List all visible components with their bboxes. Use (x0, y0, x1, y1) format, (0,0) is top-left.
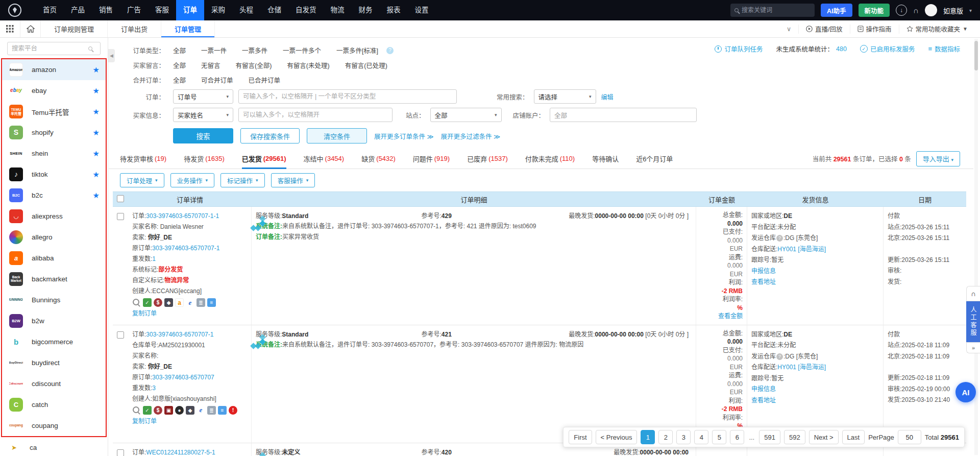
pagination-prev-button[interactable]: < Previous (596, 430, 638, 444)
filter-option[interactable]: 一票多件 (242, 45, 267, 55)
save-search-button[interactable]: 保存搜索条件 (240, 128, 300, 143)
filter-option[interactable]: 有留言(未处理) (287, 60, 329, 70)
nav-item-仓储[interactable]: 仓储 (260, 0, 288, 20)
order-detail-link[interactable]: 303-3974603-6570707 (152, 374, 214, 381)
order-type-select[interactable]: 订单号▾ (173, 89, 233, 104)
sidebar-item-shein[interactable]: SHEINshein★ (2, 143, 106, 164)
scrollbar-thumb[interactable] (974, 41, 978, 70)
pagination-last-button[interactable]: Last (842, 430, 865, 444)
nav-item-设置[interactable]: 设置 (408, 0, 436, 20)
pagination-page-2[interactable]: 2 (658, 430, 673, 444)
nav-item-头程[interactable]: 头程 (232, 0, 260, 20)
sidebar-item-Temu半托管[interactable]: TEMU 半托管Temu半托管★ (2, 101, 106, 122)
shipping-link[interactable]: 查看地址 (751, 278, 776, 285)
data-metrics-link[interactable]: ≡ 数据指标 (928, 44, 960, 54)
filter-option[interactable]: 有留言(全部) (236, 60, 272, 70)
truck-icon[interactable]: ▣ (164, 406, 173, 415)
pagination-page-592[interactable]: 592 (784, 430, 805, 444)
sidebar-item-cdiscount[interactable]: Cdiscountcdiscount (2, 373, 106, 394)
pagination-page-4[interactable]: 4 (694, 430, 708, 444)
sidebar-item-allegro[interactable]: allegro (2, 227, 106, 248)
sidebar-item-backmarket[interactable]: Back Marketbackmarket (2, 269, 106, 290)
star-icon[interactable]: ★ (93, 86, 100, 95)
buyer-name-input[interactable] (238, 108, 393, 122)
import-export-button[interactable]: 导入导出 ▾ (916, 151, 960, 166)
doc-icon[interactable]: ≡ (207, 298, 216, 307)
star-icon[interactable]: ★ (93, 128, 100, 137)
sidebar-collapse-handle[interactable]: ◀ (108, 49, 115, 62)
platform-search-input[interactable] (12, 45, 88, 52)
order-detail-link[interactable]: 303-3974603-6570707-1-1 (146, 212, 219, 220)
nav-item-产品[interactable]: 产品 (64, 0, 92, 20)
shop-account-input[interactable] (550, 108, 697, 122)
status-tab-待发货审核[interactable]: 待发货审核(19) (120, 149, 166, 169)
buyer-field-select[interactable]: 买家姓名▾ (173, 108, 233, 122)
nav-item-广告[interactable]: 广告 (120, 0, 148, 20)
new-feature-button[interactable]: 新功能 (859, 4, 890, 17)
filter-option[interactable]: 已合并订单 (249, 75, 281, 85)
pagination-next-button[interactable]: Next > (809, 430, 839, 444)
sidebar-item-amazon[interactable]: Amazonamazon★ (2, 59, 106, 80)
filter-option[interactable]: 一票一件 (201, 45, 227, 55)
version-label[interactable]: 如意版 (943, 6, 963, 15)
global-search[interactable] (730, 4, 815, 17)
status-tab-缺货[interactable]: 缺货(5432) (361, 149, 396, 169)
pagination-page-6[interactable]: 6 (730, 430, 744, 444)
alert-icon[interactable]: ! (229, 406, 237, 415)
nav-item-自发货[interactable]: 自发货 (288, 0, 324, 20)
more-order-conditions-link[interactable]: 展开更多订单条件 ≫ (374, 131, 434, 141)
chevron-down-icon[interactable]: ▾ (969, 8, 972, 13)
cart-icon[interactable]: ✓ (143, 298, 152, 307)
edit-link[interactable]: 编辑 (601, 92, 614, 101)
pagination-page-3[interactable]: 3 (676, 430, 691, 444)
sidebar-item-shopify[interactable]: Sshopify★ (2, 122, 106, 143)
shipping-link[interactable]: HY001 [海邑海运] (777, 246, 826, 253)
common-search-select[interactable]: 请选择▾ (534, 89, 596, 104)
status-tab-问题件[interactable]: 问题件(919) (413, 149, 450, 169)
action-button-标记操作[interactable]: 标记操作▾ (220, 173, 265, 187)
status-tab-已发货[interactable]: 已发货(29561) (242, 149, 286, 169)
live-replay-link[interactable]: 直播/回放 (798, 25, 849, 34)
shipping-link[interactable]: 查看地址 (751, 397, 776, 404)
site-select[interactable]: 全部▾ (430, 108, 502, 122)
sidebar-item-b2w[interactable]: B2Wb2w (2, 310, 106, 331)
nav-item-报表[interactable]: 报表 (380, 0, 408, 20)
money-bag-icon[interactable]: $ (154, 406, 162, 415)
copy-order-link[interactable]: 复制订单 (132, 418, 157, 425)
search-icon[interactable] (132, 406, 141, 415)
sidebar-item-buydirect[interactable]: BuyDirectbuydirect (2, 352, 106, 373)
tab-订单管理[interactable]: 订单管理 (161, 20, 215, 37)
filter-option[interactable]: 一票一件多个 (283, 45, 321, 55)
sidebar-item-Bunnings[interactable]: BUNNINGSBunnings (2, 290, 106, 310)
filter-option[interactable]: 无留言 (201, 60, 220, 70)
clear-conditions-button[interactable]: 清空条件 (307, 128, 367, 143)
nav-item-订单[interactable]: 订单 (176, 0, 204, 20)
label-service-link[interactable]: ✓ 已启用标发服务 (860, 44, 915, 54)
sidebar-item-ebay[interactable]: ebayebay★ (2, 80, 106, 101)
ebay-icon[interactable]: e (197, 406, 205, 415)
money-bag-icon[interactable]: $ (154, 298, 162, 307)
sidebar-item-catch[interactable]: Ccatch (2, 394, 106, 415)
pagination-page-1[interactable]: 1 (641, 430, 655, 444)
row-checkbox[interactable] (117, 331, 124, 339)
search-button[interactable]: 搜索 (173, 128, 233, 143)
pagination-page-591[interactable]: 591 (759, 430, 780, 444)
download-icon[interactable]: ↓ (896, 5, 907, 16)
apps-grid-icon[interactable] (0, 20, 20, 37)
star-icon[interactable]: ★ (93, 149, 100, 158)
home-icon[interactable] (20, 20, 41, 37)
card-icon[interactable]: ≣ (207, 406, 216, 415)
unsynced-stats[interactable]: 未生成系统单统计： 480 (776, 44, 847, 54)
tab-订单出货[interactable]: 订单出货 (108, 20, 161, 37)
action-button-业务操作[interactable]: 业务操作▾ (170, 173, 215, 187)
sidebar-item-ca[interactable]: ➤ca (0, 437, 108, 456)
sidebar-item-tiktok[interactable]: ♪tiktok★ (2, 164, 106, 185)
global-search-input[interactable] (742, 7, 803, 14)
cart-icon[interactable]: ✓ (143, 406, 152, 415)
order-detail-link[interactable]: 303-3974603-6570707-1 (146, 331, 213, 338)
customer-service-tab[interactable]: 人工客服 (966, 301, 980, 342)
order-queue-link[interactable]: 订单队列任务 (715, 44, 763, 54)
ebay-icon[interactable]: e (186, 298, 194, 307)
ai-floating-button[interactable]: AI (955, 382, 976, 402)
sidebar-item-bigcommerce[interactable]: bbigcommerce (2, 331, 106, 352)
